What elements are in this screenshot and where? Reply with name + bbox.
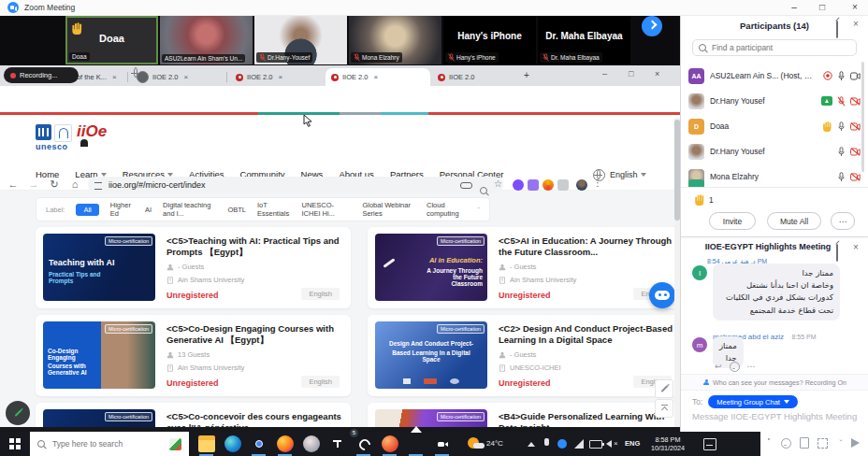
send-to-selector[interactable]: Meeting Group Chat <box>708 395 798 408</box>
file-explorer-icon[interactable] <box>198 435 215 452</box>
chat-popout-icon[interactable] <box>836 244 838 262</box>
home-button[interactable]: ⌂ <box>67 178 82 190</box>
app-icon[interactable] <box>382 435 398 452</box>
action-center-icon[interactable] <box>703 438 716 450</box>
video-tile-doaa[interactable]: Doaa Doaa <box>65 16 158 64</box>
browser-tab-active[interactable]: IIOE 2.0 × <box>326 68 430 86</box>
video-tile-hanys-iphone[interactable]: Hany's iPhone Hany's iPhone <box>443 16 536 64</box>
network-icon[interactable] <box>574 439 584 449</box>
more-icon[interactable]: ⋯ <box>747 362 756 372</box>
close-tab-icon[interactable]: × <box>279 73 283 81</box>
taskbar-clock[interactable]: 8:58 PM 10/31/2024 <box>644 435 692 453</box>
extension-icon[interactable] <box>528 179 539 191</box>
annotation-button[interactable] <box>6 401 30 425</box>
invite-button[interactable]: Invite <box>709 212 756 230</box>
popout-icon[interactable] <box>836 21 838 38</box>
filter-expand-icon[interactable]: ˇ <box>478 206 481 214</box>
course-card[interactable]: Micro-certification AI in Education: A J… <box>368 227 683 308</box>
video-tile-asu2learn[interactable]: ASU2Learn Ain Sham's Un... <box>160 16 253 64</box>
browser-tab[interactable]: IIOE 2.0 × <box>131 68 234 86</box>
browser-tab[interactable]: IIOE 2.0 <box>432 68 524 86</box>
filter-global-webinar[interactable]: Global Webinar Series <box>362 201 415 218</box>
video-tile-dr-hany[interactable]: Dr.Hany-Yousef <box>254 16 347 64</box>
participant-search[interactable] <box>692 39 857 56</box>
site-settings-icon[interactable] <box>94 182 102 190</box>
send-button[interactable] <box>851 438 860 448</box>
volume-muted-icon[interactable] <box>606 440 612 448</box>
filter-all[interactable]: All <box>76 204 98 216</box>
filter-cloud[interactable]: Cloud computing <box>427 201 467 218</box>
participants-scrollbar[interactable] <box>861 62 864 172</box>
browser-tab[interactable]: IIOE 2.0 × <box>230 68 331 86</box>
tray-expand-icon[interactable] <box>528 442 535 447</box>
emoji-picker-icon[interactable] <box>781 438 791 449</box>
tray-zoom-icon[interactable] <box>557 439 567 449</box>
firefox-icon[interactable] <box>277 435 294 452</box>
language-selector[interactable]: English <box>610 170 646 179</box>
video-tile-dr-maha[interactable]: Dr. Maha Elbayaa Dr. Maha Elbayaa <box>538 16 630 64</box>
browser-maximize-button[interactable]: □ <box>629 69 633 78</box>
extension-icon[interactable] <box>513 179 524 191</box>
reading-mode-icon[interactable] <box>460 182 472 189</box>
taskbar-search[interactable] <box>30 432 189 456</box>
video-tile-mona[interactable]: Mona Elzahry <box>349 16 441 64</box>
battery-icon[interactable] <box>589 440 602 449</box>
chat-close-icon[interactable]: × <box>853 242 859 252</box>
start-button[interactable] <box>9 438 21 449</box>
course-card[interactable]: Micro-certification Teaching with AI Pra… <box>36 227 351 308</box>
reply-icon[interactable]: ↩ <box>715 362 722 372</box>
participant-row[interactable]: Dr.Hany Yousef <box>688 89 861 113</box>
next-videos-button[interactable] <box>642 16 662 36</box>
chat-more-icon[interactable]: ⋯ <box>819 243 828 252</box>
extensions-puzzle-icon[interactable] <box>557 179 569 191</box>
attach-file-icon[interactable] <box>800 437 809 449</box>
forward-button[interactable]: → <box>26 178 41 190</box>
taskbar-search-input[interactable] <box>51 438 164 449</box>
close-panel-icon[interactable]: × <box>853 19 859 29</box>
participant-row[interactable]: Mona Elzahry <box>688 164 861 189</box>
app-icon[interactable] <box>303 435 320 452</box>
close-button[interactable]: × <box>845 2 865 12</box>
more-tools-icon[interactable]: ˇ <box>836 438 846 448</box>
new-tab-button[interactable]: + <box>524 70 529 80</box>
filter-higher-ed[interactable]: Higher Ed <box>110 201 134 218</box>
participant-search-input[interactable] <box>710 42 850 53</box>
filter-digital-teaching[interactable]: Digital teaching and l... <box>163 201 216 218</box>
extension-icon[interactable] <box>542 179 554 191</box>
filter-ai[interactable]: AI <box>145 206 152 214</box>
scroll-to-top-button[interactable] <box>655 399 673 418</box>
bookmark-star-icon[interactable]: ☆ <box>494 178 502 189</box>
close-tab-icon[interactable]: × <box>184 73 189 81</box>
filter-unesco-ichei[interactable]: UNESCO-ICHEI Hi... <box>301 201 351 218</box>
screenshot-icon[interactable] <box>817 438 828 449</box>
recording-indicator[interactable]: Recording... <box>4 67 79 83</box>
filter-iot[interactable]: IoT Essentials <box>257 201 290 218</box>
chat-input[interactable]: Message IIOE-EGYPT Highlights Meeting <box>692 411 861 421</box>
close-tab-icon[interactable]: × <box>112 73 117 81</box>
participant-row[interactable]: AA ASU2Learn Ain S... (Host, me) <box>688 64 861 88</box>
zoom-page-icon[interactable] <box>480 187 487 194</box>
reload-button[interactable]: ↻ <box>47 178 62 191</box>
back-button[interactable]: ← <box>6 178 21 190</box>
browser-close-button[interactable]: × <box>655 69 659 78</box>
browser-profile-avatar[interactable] <box>576 179 587 191</box>
emoji-icon[interactable] <box>730 362 740 372</box>
participant-row[interactable]: D Doaa <box>688 114 861 138</box>
tray-mic-icon[interactable] <box>544 438 549 446</box>
maximize-button[interactable]: □ <box>812 2 832 12</box>
close-tab-icon[interactable]: × <box>374 73 379 81</box>
mute-all-button[interactable]: Mute All <box>767 212 821 230</box>
chatbot-button[interactable] <box>649 282 675 308</box>
participant-row[interactable]: Dr.Hany Yousef <box>688 139 861 164</box>
feedback-pencil-button[interactable] <box>655 379 673 398</box>
edge-icon[interactable] <box>224 435 241 452</box>
minimize-button[interactable]: – <box>784 2 804 12</box>
filter-obtl[interactable]: OBTL <box>227 206 246 214</box>
browser-minimize-button[interactable]: – <box>602 69 607 78</box>
language-indicator[interactable]: ENG <box>625 439 640 448</box>
weather-temp[interactable]: 24°C <box>486 439 503 448</box>
course-card[interactable]: Micro-certification Co-Design Engaging C… <box>36 315 351 396</box>
course-card[interactable]: Micro-certification Design And Conduct P… <box>368 315 683 396</box>
more-options-button[interactable]: ⋯ <box>831 212 855 230</box>
browser-menu-icon[interactable]: ⋮ <box>593 178 602 188</box>
